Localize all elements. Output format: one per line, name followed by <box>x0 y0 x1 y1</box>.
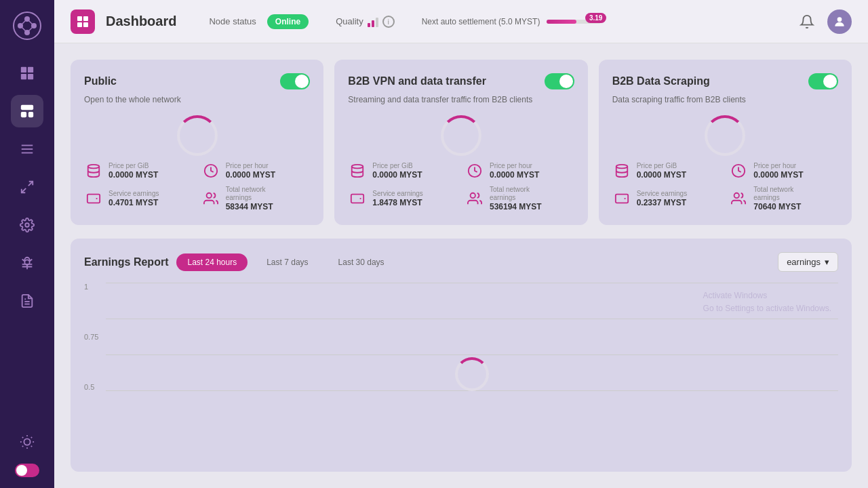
sidebar-item-grid[interactable] <box>11 57 43 89</box>
sidebar-logo[interactable] <box>12 11 42 41</box>
public-network-earnings-value: 58344 MYST <box>226 202 273 211</box>
clock-icon-2 <box>465 161 484 180</box>
settlement-label: Next auto settlement (5.0 MYST) <box>422 17 540 26</box>
svg-rect-9 <box>21 67 26 73</box>
quality-info-icon[interactable]: i <box>382 16 395 28</box>
svg-rect-46 <box>351 195 363 203</box>
public-price-gib: Price per GiB 0.0000 MYST <box>84 161 193 180</box>
b2b-vpn-card-title: B2B VPN and data transfer <box>348 75 486 87</box>
database-icon-2 <box>348 161 367 180</box>
user-avatar[interactable] <box>827 9 852 34</box>
b2b-vpn-price-hour-label: Price per hour <box>490 162 539 170</box>
tab-7d[interactable]: Last 7 days <box>256 253 319 271</box>
sidebar <box>0 0 54 488</box>
chart-y-label-1: 1 <box>84 283 98 291</box>
svg-point-43 <box>206 193 211 198</box>
sidebar-item-layout[interactable] <box>11 95 43 127</box>
b2b-vpn-price-gib-value: 0.0000 MYST <box>372 170 422 180</box>
sidebar-item-settings[interactable] <box>11 209 43 241</box>
status-badge: Online <box>267 14 309 29</box>
header-icons <box>795 9 852 34</box>
earnings-dropdown[interactable]: earnings ▾ <box>778 252 838 272</box>
wallet-icon-2 <box>348 189 367 208</box>
svg-point-21 <box>25 223 29 227</box>
chart-container: 1 0.75 0.5 Activate WindowsGo to Setting… <box>84 283 838 391</box>
content-area: Public Open to the whole network <box>54 43 868 488</box>
b2b-scraping-spinner <box>612 115 838 156</box>
sidebar-item-list[interactable] <box>11 133 43 165</box>
b2b-vpn-network-earnings-value: 536194 MYST <box>490 202 542 211</box>
public-card-title: Public <box>84 75 117 87</box>
b2b-scraping-price-hour: Price per hour 0.0000 MYST <box>729 161 838 180</box>
sidebar-item-network[interactable] <box>11 171 43 203</box>
svg-line-29 <box>22 437 23 438</box>
wallet-icon <box>84 189 103 208</box>
svg-line-34 <box>31 437 32 438</box>
svg-point-40 <box>88 165 100 169</box>
svg-line-7 <box>27 26 34 33</box>
b2b-scraping-card-header: B2B Data Scraping <box>612 73 838 89</box>
svg-rect-10 <box>28 67 33 73</box>
b2b-scraping-price-hour-value: 0.0000 MYST <box>753 170 803 180</box>
b2b-vpn-network-earnings-label: Total networkearnings <box>490 186 542 202</box>
chevron-down-icon: ▾ <box>825 257 829 267</box>
settlement-bar-fill <box>547 20 576 24</box>
sidebar-item-bug[interactable] <box>11 247 43 279</box>
public-card-subtitle: Open to the whole network <box>84 95 310 104</box>
settlement-badge: 3.19 <box>585 13 606 23</box>
database-icon <box>84 161 103 180</box>
b2b-vpn-price-gib: Price per GiB 0.0000 MYST <box>348 161 457 180</box>
chart-y-labels: 1 0.75 0.5 <box>84 283 98 391</box>
svg-rect-11 <box>21 74 26 79</box>
quality-bars <box>368 16 378 27</box>
notification-bell-icon[interactable] <box>795 9 819 34</box>
b2b-scraping-service-earnings: Service earnings 0.2337 MYST <box>612 186 722 211</box>
public-price-gib-value: 0.0000 MYST <box>108 170 158 180</box>
settlement-progress-bar: 3.19 <box>547 20 601 24</box>
b2b-scraping-toggle[interactable] <box>808 73 838 89</box>
tab-30d[interactable]: Last 30 days <box>328 253 395 271</box>
public-card-header: Public <box>84 73 310 89</box>
sidebar-item-brightness[interactable] <box>11 426 43 458</box>
b2b-scraping-service-card: B2B Data Scraping Data scraping traffic … <box>599 60 852 225</box>
chart-gridline-mid2 <box>106 354 838 355</box>
chart-loading-spinner <box>455 357 489 391</box>
public-service-card: Public Open to the whole network <box>71 60 323 225</box>
public-toggle[interactable] <box>280 73 310 89</box>
quality-label: Quality <box>336 16 363 26</box>
svg-point-48 <box>616 165 627 169</box>
users-icon <box>201 189 220 208</box>
b2b-scraping-price-gib: Price per GiB 0.0000 MYST <box>612 161 722 180</box>
public-price-hour: Price per hour 0.0000 MYST <box>201 161 311 180</box>
dark-mode-toggle[interactable] <box>15 464 39 477</box>
settlement-section: Next auto settlement (5.0 MYST) 3.19 <box>422 17 601 26</box>
chart-y-label-3: 0.5 <box>84 383 98 391</box>
public-price-hour-label: Price per hour <box>226 162 275 170</box>
b2b-scraping-network-earnings: Total networkearnings 70640 MYST <box>729 186 838 211</box>
b2b-vpn-network-earnings: Total networkearnings 536194 MYST <box>465 186 574 211</box>
b2b-vpn-toggle[interactable] <box>545 73 574 89</box>
b2b-vpn-price-hour-value: 0.0000 MYST <box>490 170 539 180</box>
users-icon-2 <box>465 189 484 208</box>
b2b-scraping-network-earnings-label: Total networkearnings <box>753 186 801 202</box>
public-service-earnings: Service earnings 0.4701 MYST <box>84 186 193 211</box>
sidebar-item-reports[interactable] <box>11 285 43 317</box>
b2b-scraping-price-gib-value: 0.0000 MYST <box>637 170 686 180</box>
b2b-scraping-price-gib-label: Price per GiB <box>637 162 686 170</box>
svg-point-39 <box>837 17 842 22</box>
node-status-label: Node status <box>209 16 256 26</box>
b2b-vpn-spinner <box>348 115 574 156</box>
earnings-report-card: Earnings Report Last 24 hours Last 7 day… <box>71 239 852 472</box>
public-service-earnings-label: Service earnings <box>108 190 159 198</box>
b2b-vpn-service-card: B2B VPN and data transfer Streaming and … <box>334 60 587 225</box>
service-cards-row: Public Open to the whole network <box>71 60 852 225</box>
svg-rect-35 <box>77 16 82 21</box>
node-status-section: Node status Online <box>209 14 309 29</box>
chart-gridline-mid1 <box>106 319 838 319</box>
b2b-vpn-card-header: B2B VPN and data transfer <box>348 73 574 89</box>
b2b-vpn-service-earnings-value: 1.8478 MYST <box>372 198 422 207</box>
b2b-vpn-service-earnings: Service earnings 1.8478 MYST <box>348 186 457 211</box>
page-title: Dashboard <box>106 14 176 29</box>
svg-line-19 <box>28 182 33 186</box>
tab-24h[interactable]: Last 24 hours <box>176 253 248 271</box>
